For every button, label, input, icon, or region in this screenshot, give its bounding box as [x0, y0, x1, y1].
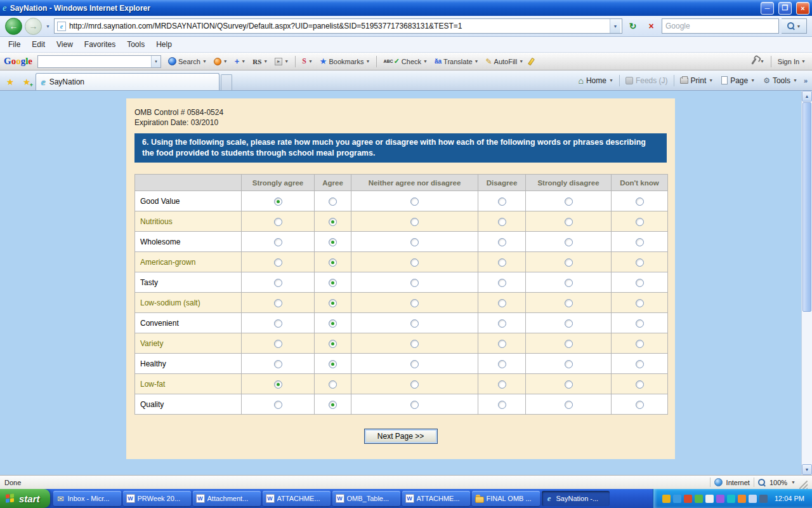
radio-button[interactable] [498, 218, 506, 226]
sign-in-button[interactable]: Sign In ▼ [775, 56, 808, 67]
gadget-button[interactable]: ▼ [211, 56, 230, 67]
forward-button[interactable]: → [25, 18, 42, 35]
taskbar-button[interactable]: WAttachment... [193, 491, 261, 506]
radio-button[interactable] [274, 401, 282, 409]
menu-file[interactable]: File [3, 37, 26, 51]
radio-button[interactable] [636, 197, 644, 206]
radio-button[interactable] [498, 197, 506, 206]
rs-button[interactable]: RS ▼ [250, 56, 270, 67]
zoom-dropdown-icon[interactable]: ▼ [791, 480, 796, 485]
address-dropdown-icon[interactable]: ▼ [610, 19, 620, 33]
radio-button[interactable] [329, 197, 337, 206]
radio-button[interactable] [565, 258, 573, 267]
minimize-button[interactable]: ─ [761, 2, 774, 15]
radio-button[interactable] [498, 299, 506, 307]
radio-button[interactable] [274, 319, 282, 328]
radio-button[interactable] [329, 360, 337, 368]
overflow-chevron-icon[interactable]: » [802, 77, 809, 84]
taskbar-button[interactable]: eSayNation -... [542, 491, 610, 506]
radio-button[interactable] [636, 238, 644, 246]
taskbar-button[interactable]: WPRWeek 20... [123, 491, 191, 506]
taskbar-button[interactable]: WATTACHME... [402, 491, 470, 506]
radio-button[interactable] [329, 258, 337, 267]
radio-button[interactable] [498, 360, 506, 368]
search-input[interactable]: Google [662, 18, 779, 34]
share-button[interactable]: ► ▼ [272, 56, 291, 67]
start-button[interactable]: start [0, 489, 50, 508]
scroll-thumb[interactable] [802, 102, 811, 312]
close-button[interactable]: × [796, 2, 809, 15]
radio-button[interactable] [565, 279, 573, 287]
radio-button[interactable] [274, 238, 282, 246]
google-search-dropdown-icon[interactable]: ▼ [151, 56, 160, 67]
tray-icon[interactable] [749, 495, 757, 503]
tray-icon[interactable] [727, 495, 735, 503]
stop-button[interactable]: × [643, 18, 659, 34]
back-button[interactable]: ← [5, 18, 22, 35]
favorites-button[interactable]: ★ [3, 74, 18, 90]
taskbar-button[interactable]: FINAL OMB ... [472, 491, 540, 506]
radio-button[interactable] [410, 299, 419, 307]
radio-button[interactable] [329, 279, 337, 287]
radio-button[interactable] [565, 299, 573, 307]
scroll-up-button[interactable]: ▲ [802, 91, 812, 102]
history-dropdown-icon[interactable]: ▼ [44, 24, 51, 29]
taskbar-button[interactable]: ✉Inbox - Micr... [53, 491, 121, 506]
feeds-button[interactable]: Feeds (J) [622, 74, 672, 88]
add-button[interactable]: + ▼ [232, 55, 249, 67]
next-page-button[interactable]: Next Page >> [364, 429, 438, 444]
tray-icon[interactable] [705, 495, 714, 503]
radio-button[interactable] [329, 299, 337, 307]
radio-button[interactable] [410, 279, 419, 287]
tab-saynation[interactable]: e SayNation [36, 73, 219, 90]
radio-button[interactable] [329, 238, 337, 246]
radio-button[interactable] [329, 401, 337, 409]
new-tab-stub[interactable] [221, 74, 232, 90]
radio-button[interactable] [636, 319, 644, 328]
radio-button[interactable] [636, 299, 644, 307]
print-button[interactable]: Print ▼ [676, 74, 717, 88]
tray-icon[interactable] [662, 495, 671, 503]
radio-button[interactable] [274, 340, 282, 348]
radio-button[interactable] [636, 380, 644, 389]
radio-button[interactable] [274, 299, 282, 307]
radio-button[interactable] [565, 380, 573, 389]
radio-button[interactable] [274, 279, 282, 287]
page-button[interactable]: Page ▼ [717, 74, 759, 88]
menu-tools[interactable]: Tools [121, 37, 150, 51]
radio-button[interactable] [498, 279, 506, 287]
tools-button[interactable]: ⚙ Tools ▼ [759, 74, 801, 88]
radio-button[interactable] [565, 360, 573, 368]
menu-view[interactable]: View [51, 37, 79, 51]
google-search-button[interactable]: Search ▼ [166, 55, 209, 67]
radio-button[interactable] [565, 197, 573, 206]
vertical-scrollbar[interactable]: ▲ ▼ [801, 91, 812, 475]
google-search-text[interactable] [38, 57, 151, 67]
address-field[interactable]: e http://mrd.saynation.com/MRDSAYNATION/… [54, 18, 622, 34]
radio-button[interactable] [565, 401, 573, 409]
radio-button[interactable] [410, 197, 419, 206]
tray-icon[interactable] [716, 495, 724, 503]
radio-button[interactable] [410, 218, 419, 226]
translate-button[interactable]: ăa Translate ▼ [432, 56, 481, 67]
radio-button[interactable] [498, 258, 506, 267]
bookmarks-button[interactable]: ★ Bookmarks ▼ [317, 55, 373, 68]
radio-button[interactable] [410, 380, 419, 389]
radio-button[interactable] [498, 401, 506, 409]
radio-button[interactable] [565, 340, 573, 348]
resize-grip[interactable] [799, 481, 808, 489]
tray-icon[interactable] [738, 495, 746, 503]
radio-button[interactable] [274, 218, 282, 226]
radio-button[interactable] [410, 340, 419, 348]
radio-button[interactable] [274, 258, 282, 267]
radio-button[interactable] [636, 340, 644, 348]
radio-button[interactable] [329, 319, 337, 328]
tray-icon[interactable] [759, 495, 768, 503]
home-button[interactable]: ⌂ Home ▼ [574, 74, 617, 88]
radio-button[interactable] [410, 319, 419, 328]
radio-button[interactable] [410, 258, 419, 267]
radio-button[interactable] [636, 401, 644, 409]
toolbar-options-button[interactable]: ▼ [747, 56, 767, 67]
tray-icon[interactable] [695, 495, 703, 503]
add-favorite-button[interactable]: ★ + [19, 74, 34, 90]
